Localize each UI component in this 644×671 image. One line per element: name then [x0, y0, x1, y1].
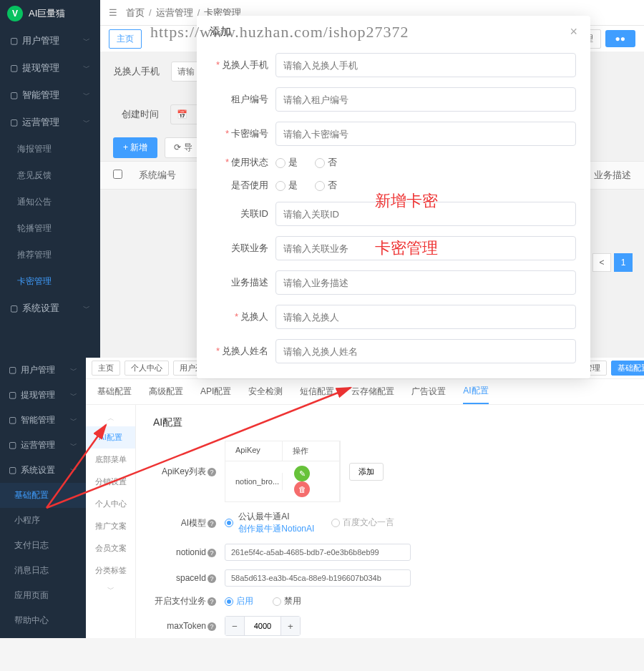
export-button[interactable]: ⟳ 导	[165, 137, 201, 158]
sidebar-item-轮播管理[interactable]: 轮播管理	[0, 215, 100, 242]
sidebar-item-运营管理[interactable]: ▢运营管理﹀	[0, 109, 100, 136]
sidebar-item-消息日志[interactable]: 消息日志	[0, 558, 86, 583]
edit-icon[interactable]: ✎	[294, 466, 310, 481]
sidebar-item-基础配置[interactable]: 基础配置	[0, 483, 86, 508]
notionid-label: notionid	[176, 547, 206, 557]
config-side-分类标签[interactable]: 分类标签	[86, 559, 135, 582]
sidebar-item-卡密管理[interactable]: 卡密管理	[0, 268, 100, 295]
radio-使用状态-是[interactable]: 是	[275, 156, 298, 169]
help-icon[interactable]: ?	[208, 622, 216, 631]
sidebar-item-意见反馈[interactable]: 意见反馈	[0, 162, 100, 189]
config-side-会员文案[interactable]: 会员文案	[86, 537, 135, 559]
tab-个人中心[interactable]: 个人中心	[125, 361, 169, 376]
modal-title: 添加	[210, 25, 231, 39]
sidebar-item-应用页面[interactable]: 应用页面	[0, 583, 86, 608]
cell-apikey: notion_bro...	[225, 473, 283, 490]
main-bottom: 主页个人中心用户列表佣金明细智能模型对话记录问答客服问答订单海报管理推荐管理卡密…	[86, 358, 644, 638]
form-row-业务描述: 业务描述	[197, 265, 590, 300]
select-all-checkbox[interactable]	[113, 170, 122, 179]
add-apikey-button[interactable]: 添加	[349, 463, 384, 481]
subtab-高级配置[interactable]: 高级配置	[149, 380, 183, 403]
tab-home[interactable]: 主页	[109, 29, 142, 49]
subtab-基础配置[interactable]: 基础配置	[97, 380, 132, 403]
config-side-推广文案[interactable]: 推广文案	[86, 515, 135, 537]
subtab-AI配置[interactable]: AI配置	[463, 379, 488, 404]
sidebar-item-帮助中心[interactable]: 帮助中心	[0, 608, 86, 633]
sidebar-item-智能管理[interactable]: ▢智能管理﹀	[0, 82, 100, 109]
radio-是否使用-否[interactable]: 否	[315, 179, 337, 192]
bc-1[interactable]: 运营管理	[156, 6, 193, 19]
menu-icon[interactable]: ☰	[109, 7, 117, 18]
aimodel-label: AI模型	[181, 518, 206, 528]
help-icon[interactable]: ?	[208, 574, 216, 583]
help-icon[interactable]: ?	[208, 549, 216, 557]
maxtoken-stepper[interactable]: − +	[225, 616, 301, 636]
stepper-minus[interactable]: −	[225, 617, 244, 635]
config-side-分销设置[interactable]: 分销设置	[86, 471, 135, 493]
sidebar-item-推荐管理[interactable]: 推荐管理	[0, 242, 100, 268]
subtab-短信配置[interactable]: 短信配置	[300, 380, 334, 403]
close-icon[interactable]: ×	[570, 24, 577, 39]
delete-icon[interactable]: 🗑	[294, 481, 310, 497]
sidebar-item-提现管理[interactable]: ▢提现管理﹀	[0, 383, 86, 408]
config-side-个人中心[interactable]: 个人中心	[86, 493, 135, 515]
pager-prev[interactable]: <	[592, 253, 611, 272]
tab-基础配置[interactable]: 基础配置 ●	[611, 361, 644, 376]
chevron-up-icon[interactable]: ︿	[86, 411, 135, 426]
subtab-安全检测[interactable]: 安全检测	[248, 380, 283, 403]
notionid-input[interactable]	[225, 544, 411, 561]
input-卡密编号[interactable]	[275, 122, 576, 146]
filter-time-label: 创建时间	[122, 108, 159, 121]
spaceid-input[interactable]	[225, 569, 411, 587]
chevron-down-icon[interactable]: ﹀	[86, 582, 135, 597]
sidebar-item-提现管理[interactable]: ▢提现管理﹀	[0, 54, 100, 82]
aimodel-opt1-l1: 公认最牛通AI	[238, 511, 314, 523]
radio-baidu[interactable]	[331, 519, 340, 527]
stepper-plus[interactable]: +	[281, 617, 300, 635]
sidebar-item-海报管理[interactable]: 海报管理	[0, 136, 100, 162]
sidebar-item-通知公告[interactable]: 通知公告	[0, 189, 100, 215]
aimodel-opt1-l2[interactable]: 创作最牛通NotionAI	[238, 523, 314, 535]
input-业务描述[interactable]	[275, 270, 576, 295]
input-兑换人姓名[interactable]	[275, 339, 576, 363]
subtab-云存储配置[interactable]: 云存储配置	[351, 380, 394, 403]
sidebar-item-小程序[interactable]: 小程序	[0, 508, 86, 533]
aimodel-opt2: 百度文心一言	[343, 517, 394, 527]
config-main: AI配置 ApiKey列表? ApiKey 操作 notion_bro... ✎	[136, 405, 644, 638]
radio-enable[interactable]	[225, 597, 233, 606]
bottom-screenshot: ▢用户管理﹀▢提现管理﹀▢智能管理﹀▢运营管理﹀▢系统设置﹀基础配置小程序支付日…	[0, 358, 644, 638]
subtab-广告设置[interactable]: 广告设置	[411, 380, 446, 403]
form-row-卡密编号: *卡密编号	[197, 117, 590, 151]
config-side-AI配置[interactable]: AI配置	[86, 426, 135, 449]
top-right-button[interactable]: ●●	[605, 30, 636, 47]
apikey-label: ApiKey列表	[162, 466, 206, 476]
sidebar-item-系统设置[interactable]: ▢系统设置﹀	[0, 295, 100, 322]
red-label-add: 新增卡密	[375, 190, 438, 212]
add-button[interactable]: + 新增	[113, 137, 157, 158]
sidebar-item-系统设置[interactable]: ▢系统设置﹀	[0, 458, 86, 483]
help-icon[interactable]: ?	[208, 597, 216, 606]
sidebar-item-用户管理[interactable]: ▢用户管理﹀	[0, 358, 86, 383]
radio-notion[interactable]	[225, 519, 233, 527]
sidebar-item-智能管理[interactable]: ▢智能管理﹀	[0, 408, 86, 433]
help-icon[interactable]: ?	[208, 468, 216, 476]
subtab-API配置[interactable]: API配置	[200, 380, 231, 403]
pager-page-1[interactable]: 1	[614, 253, 633, 272]
sidebar-item-支付日志[interactable]: 支付日志	[0, 533, 86, 558]
top-screenshot: V AI巨量猫 ▢用户管理﹀▢提现管理﹀▢智能管理﹀▢运营管理﹀海报管理意见反馈…	[0, 0, 644, 358]
input-兑换人[interactable]	[275, 305, 576, 329]
input-兑换人手机[interactable]	[275, 53, 576, 77]
tab-主页[interactable]: 主页	[92, 361, 120, 376]
input-租户编号[interactable]	[275, 87, 576, 112]
calendar-icon: 📅	[177, 109, 187, 119]
maxtoken-input[interactable]	[244, 617, 281, 635]
config-side-底部菜单[interactable]: 底部菜单	[86, 449, 135, 471]
sidebar-item-运营管理[interactable]: ▢运营管理﹀	[0, 433, 86, 458]
bc-home[interactable]: 首页	[126, 6, 145, 19]
help-icon[interactable]: ?	[208, 519, 216, 528]
form-row-兑换人手机: *兑换人手机	[197, 48, 590, 82]
sidebar-item-用户管理[interactable]: ▢用户管理﹀	[0, 27, 100, 54]
radio-使用状态-否[interactable]: 否	[315, 156, 337, 169]
radio-disable[interactable]	[273, 597, 281, 606]
radio-是否使用-是[interactable]: 是	[275, 179, 298, 192]
